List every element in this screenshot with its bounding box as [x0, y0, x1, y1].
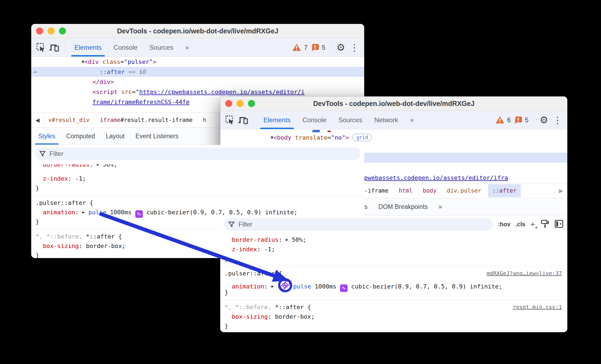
tab-sources[interactable]: Sources [143, 38, 179, 57]
tab-layout[interactable]: Layout [100, 128, 130, 145]
toggle-sidebar-icon[interactable] [554, 219, 564, 230]
filter-pill[interactable] [224, 218, 493, 231]
code-token [31, 68, 100, 75]
code-token: > [153, 58, 156, 65]
more-panel-tabs[interactable]: » [433, 198, 448, 215]
filter-input[interactable] [238, 221, 489, 228]
devtools-tabs: ElementsConsoleSources» [68, 38, 195, 57]
code-token: #result.result-iframe [121, 117, 193, 123]
style-line-border-radius[interactable]: border-radius: ▶ 50%; [220, 235, 567, 244]
filter-funnel-icon [228, 221, 235, 228]
more-options-icon[interactable]: ⋮ [552, 114, 564, 126]
code-token [225, 313, 232, 320]
code-token[interactable]: pulse [89, 209, 106, 216]
style-rule-pulser-after[interactable]: .pulser::after { [31, 198, 364, 208]
window-titlebar[interactable]: DevTools - codepen.io/web-dot-dev/live/m… [31, 24, 364, 38]
style-line-z-index[interactable]: z-index: -1; [220, 244, 567, 254]
toggle-class-button[interactable]: .cls [515, 221, 526, 228]
tree-row-body[interactable]: ▼<body translate="no"> grid [220, 133, 567, 143]
tab-sources[interactable]: Sources [332, 111, 368, 129]
tab-console[interactable]: Console [297, 111, 332, 129]
rendering-emulation-icon[interactable] [540, 219, 549, 230]
window-titlebar[interactable]: DevTools - codepen.io/web-dot-dev/live/m… [220, 96, 567, 111]
tree-row-after-selected[interactable]: ⋯ ::after == $0 [31, 67, 364, 77]
filter-pill[interactable] [35, 148, 360, 160]
more-actions-icon[interactable]: ⋯ [33, 67, 37, 77]
warnings-badge[interactable]: 7 [292, 43, 307, 51]
code-token [31, 99, 92, 105]
inspect-element-icon[interactable] [35, 42, 47, 54]
style-line-border-radius[interactable]: border-radius: ▶ 50%; [31, 164, 364, 174]
new-rule-dropdown-icon [535, 227, 538, 230]
tab-elements[interactable]: Elements [68, 38, 108, 57]
style-source-link[interactable]: mdRXGeJ?ano…iew=live:37 [487, 269, 562, 278]
device-toolbar-icon[interactable] [238, 114, 250, 126]
code-token: : border-box; [79, 243, 125, 249]
expand-triangle-icon[interactable]: ▶ [82, 210, 85, 215]
code-token [36, 243, 43, 249]
code-token[interactable]: https://cpwebassets.codepen.io/assets/ed… [139, 89, 304, 95]
settings-gear-icon[interactable]: ⚙ [335, 42, 347, 54]
breadcrumb-back-icon[interactable]: ◀ [31, 113, 44, 127]
tab-dom-breakpoints[interactable]: DOM Breakpoints [373, 198, 433, 215]
style-source-link[interactable]: reset.min.css:1 [513, 302, 562, 312]
code-token: </div> [92, 79, 114, 85]
issue-count: 5 [322, 44, 325, 51]
code-token: *::after [86, 233, 115, 240]
code-token [349, 134, 353, 141]
tab-network[interactable]: Network [368, 111, 404, 129]
code-token: ▼ [81, 59, 84, 64]
breadcrumb-forward-icon[interactable]: ▶ [555, 183, 567, 198]
code-token [31, 89, 92, 95]
code-token: class [102, 58, 120, 65]
new-style-rule-button[interactable]: + [530, 220, 535, 229]
code-token: div.pulser [447, 187, 481, 194]
tab-event-listeners[interactable]: Event Listeners [130, 128, 184, 145]
style-line-box-sizing[interactable]: box-sizing: border-box; [220, 312, 567, 321]
issue-count: 5 [525, 116, 528, 124]
desktop-background: DevTools - codepen.io/web-dot-dev/live/m… [0, 0, 601, 364]
more-tabs[interactable]: » [404, 111, 420, 129]
expand-triangle-icon[interactable]: ▶ [97, 164, 99, 167]
tab-console[interactable]: Console [108, 38, 143, 57]
code-token: *::after [275, 304, 304, 310]
device-toolbar-icon[interactable] [49, 42, 61, 54]
grid-badge[interactable]: grid [353, 134, 372, 141]
inspect-element-icon[interactable] [224, 114, 236, 126]
filter-input[interactable] [49, 150, 356, 158]
code-token [36, 164, 43, 168]
clipped-row-fragment [220, 129, 567, 133]
tab-elements[interactable]: Elements [257, 111, 297, 129]
code-token: h [203, 117, 206, 123]
warnings-badge[interactable]: 6 [495, 116, 511, 124]
tab-styles[interactable]: Styles [33, 128, 61, 145]
cubic-bezier-icon[interactable]: ∿ [135, 210, 143, 218]
issues-badge[interactable]: 5 [514, 116, 528, 124]
code-token: 50%; [288, 236, 306, 243]
style-rule-universal[interactable]: *, *::before, *::after {reset.min.css:1 [220, 302, 567, 312]
toggle-hover-state-button[interactable]: :hov [498, 221, 510, 228]
style-line-close[interactable]: } [31, 183, 364, 193]
tab-computed[interactable]: Computed [61, 128, 100, 145]
code-token: : [90, 164, 97, 168]
code-token[interactable]: frame/iframeRefreshCSS-44fe [92, 99, 190, 105]
tree-row-div-pulser[interactable]: ▼<div class="pulser"> [31, 57, 364, 67]
style-line-close[interactable]: } [220, 288, 567, 297]
code-token [31, 58, 81, 65]
code-token: { [86, 199, 93, 206]
style-line-z-index[interactable]: z-index: -1; [31, 174, 364, 183]
tree-row-script[interactable]: <script src="https://cpwebassets.codepen… [31, 87, 364, 97]
settings-gear-icon[interactable]: ⚙ [538, 114, 550, 126]
style-line-close[interactable]: } [220, 254, 567, 263]
expand-triangle-icon[interactable]: ▶ [286, 237, 288, 242]
window-title: DevTools - codepen.io/web-dot-dev/live/m… [31, 27, 364, 35]
tree-row-div-close[interactable]: </div> [31, 77, 364, 87]
more-options-icon[interactable]: ⋮ [348, 42, 360, 54]
style-line-animation[interactable]: animation: ▶ pulse 1000ms ∿ cubic-bezier… [220, 278, 567, 288]
devtools-main-toolbar: ElementsConsoleSources» 7 5 ⚙ ⋮ [31, 38, 364, 57]
rule-divider [220, 300, 567, 300]
issues-badge[interactable]: 5 [311, 43, 325, 52]
more-tabs[interactable]: » [179, 38, 195, 57]
style-rule-pulser-after[interactable]: .pulser::after {mdRXGeJ?ano…iew=live:37 [220, 269, 567, 278]
style-line-close[interactable]: } [220, 321, 567, 331]
